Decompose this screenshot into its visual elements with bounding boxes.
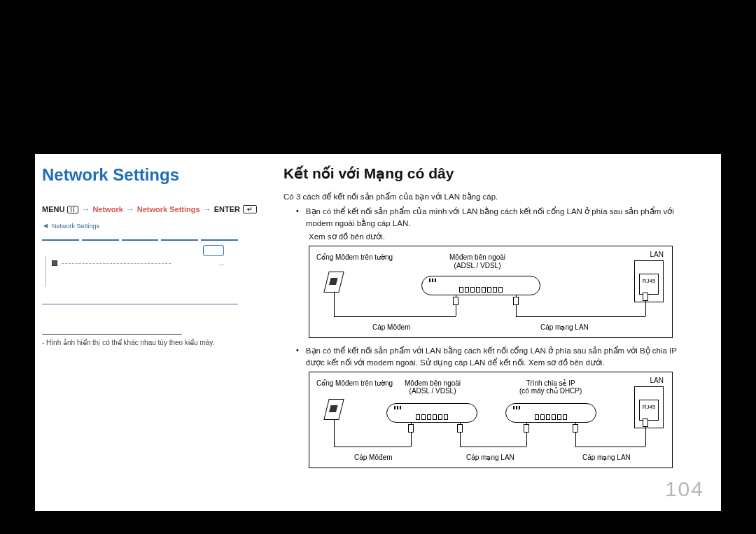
rj45-plug-icon [408,424,414,433]
back-icon: ◀ [43,223,48,229]
label-modem-cable: Cáp Môđem [372,323,410,332]
lan-port-icon: RJ45 [634,386,664,428]
label-lan-cable-2: Cáp mạng LAN [582,454,631,462]
left-column: Network Settings MENU → Network → Networ… [42,165,273,346]
rj45-plug-icon [453,297,458,305]
bullet-icon: • [296,206,299,229]
arrow-icon: → [203,204,211,214]
label-modem: Môđem bên ngoài (ADSL / VDSL) [449,253,505,269]
section-title: Network Settings [42,165,273,185]
modem-device-icon [421,276,540,295]
label-lan-cable: Cáp mạng LAN [466,454,514,462]
rj45-plug-icon [573,424,578,433]
label-rj45: RJ45 [643,404,656,410]
bullet-2: • Bạn có thể kết nối sản phẩm với LAN bằ… [284,345,682,368]
menu-icon [67,206,78,213]
breadcrumb-enter: ENTER [214,205,240,213]
subheading: Kết nối với Mạng có dây [284,165,682,182]
bullet-1-text: Bạn có thể kết nối sản phẩm của mình với… [306,206,682,229]
rj45-plug-icon [643,419,648,427]
enter-icon: ↵ [243,205,257,213]
label-rj45: RJ45 [643,278,656,284]
ui-preview-title: Network Settings [52,223,99,230]
manual-page: Network Settings MENU → Network → Networ… [35,154,721,511]
diagram-2: Cổng Môđem trên tường Môđem bên ngoài (A… [309,372,673,468]
label-modem-cable: Cáp Môđem [354,454,392,462]
label-modem: Môđem bên ngoài (ADSL / VDSL) [405,379,461,395]
divider [42,334,182,335]
square-icon [52,260,57,266]
wall-port-icon [326,272,342,293]
breadcrumb-menu: MENU [42,205,64,213]
rj45-plug-icon [457,424,463,433]
wall-port-icon [326,399,342,420]
label-lan: LAN [650,377,664,385]
right-column: Kết nối với Mạng có dây Có 3 cách để kết… [284,165,682,475]
breadcrumb: MENU → Network → Network Settings → ENTE… [42,204,273,214]
breadcrumb-settings: Network Settings [137,205,200,213]
page-number: 104 [665,477,704,501]
rj45-plug-icon [643,293,648,301]
chip-icon [203,245,224,256]
bullet-icon: • [296,345,299,368]
bullet-1-sub: Xem sơ đồ bên dưới. [284,232,682,241]
intro-text: Có 3 cách để kết nối sản phẩm của bạn vớ… [284,192,682,202]
label-lan-cable: Cáp mạng LAN [540,323,589,332]
arrow-icon: → [81,204,90,214]
ui-body: — [42,241,238,304]
rj45-plug-icon [513,297,519,305]
ui-tabs [42,231,238,241]
lan-port-icon: LAN RJ45 [634,260,664,302]
diagram-1: Cổng Môđem trên tường Môđem bên ngoài (A… [309,246,673,338]
footnote: - Hình ảnh hiển thị có thể khác nhau tùy… [42,339,273,346]
ipsharer-device-icon [505,403,596,423]
label-lan: LAN [650,251,664,259]
ui-preview: ◀ Network Settings — [42,221,238,304]
rj45-plug-icon [524,424,529,433]
bullet-2-text: Bạn có thể kết nối sản phẩm với LAN bằng… [306,345,682,368]
label-wall-port: Cổng Môđem trên tường [316,253,393,262]
bullet-1: • Bạn có thể kết nối sản phẩm của mình v… [284,206,682,229]
label-wall-port: Cổng Môđem trên tường [316,379,393,388]
label-ipsharer: Trình chia sẻ IP (có máy chủ DHCP) [519,379,582,395]
breadcrumb-network: Network [92,205,122,213]
modem-device-icon [386,403,477,423]
arrow-icon: → [126,204,134,214]
